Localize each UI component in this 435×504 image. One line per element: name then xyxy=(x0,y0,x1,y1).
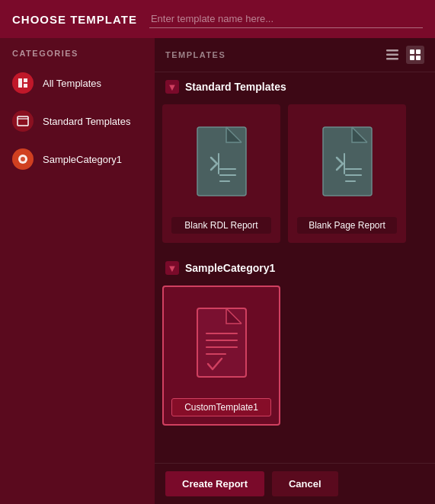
view-toggle-group xyxy=(383,46,424,64)
chevron-sample-icon: ▼ xyxy=(165,261,179,275)
svg-rect-11 xyxy=(416,49,421,54)
sidebar-label-standard: Standard Templates xyxy=(43,116,130,127)
template-card-custom1[interactable]: CustomTemplate1 xyxy=(162,285,280,426)
svg-rect-2 xyxy=(24,84,27,88)
svg-rect-14 xyxy=(197,127,246,196)
sidebar-label-all: All Templates xyxy=(43,78,101,89)
sidebar-item-standard-templates[interactable]: Standard Templates xyxy=(0,102,155,140)
svg-point-6 xyxy=(21,157,25,161)
blank-page-icon-area xyxy=(309,118,385,209)
content-panel: TEMPLATES xyxy=(155,38,435,504)
template-grid-standard: Blank RDL Report xyxy=(162,101,427,246)
template-search-input[interactable] xyxy=(149,10,423,28)
page-title: CHOOSE TEMPLATE xyxy=(12,13,137,26)
sidebar-label-sample: SampleCategory1 xyxy=(43,154,122,165)
svg-rect-7 xyxy=(386,49,398,52)
section-sample-category: ▼ SampleCategory1 xyxy=(155,254,435,436)
blank-page-name: Blank Page Report xyxy=(297,217,397,234)
custom1-icon-area xyxy=(184,299,260,391)
content-section-label: TEMPLATES xyxy=(165,50,225,59)
blank-rdl-icon-area xyxy=(184,118,260,209)
section-standard: ▼ Standard Templates xyxy=(155,72,435,254)
cancel-button[interactable]: Cancel xyxy=(272,471,338,496)
sidebar-section-label: CATEGORIES xyxy=(0,38,155,64)
sidebar-item-all-templates[interactable]: All Templates xyxy=(0,64,155,102)
svg-rect-9 xyxy=(386,58,398,60)
create-report-button[interactable]: Create Report xyxy=(165,471,264,496)
sample-category-icon xyxy=(12,148,34,170)
svg-rect-0 xyxy=(18,78,22,88)
svg-rect-8 xyxy=(386,54,398,56)
template-card-blank-page[interactable]: Blank Page Report xyxy=(288,104,406,243)
templates-scroll-area[interactable]: ▼ Standard Templates xyxy=(155,72,435,463)
content-header: TEMPLATES xyxy=(155,38,435,72)
standard-templates-icon xyxy=(12,110,34,132)
list-view-button[interactable] xyxy=(383,46,401,64)
svg-rect-10 xyxy=(410,49,414,54)
template-grid-sample: CustomTemplate1 xyxy=(162,282,427,429)
svg-rect-19 xyxy=(323,127,372,196)
main-layout: CATEGORIES All Templates Standard Templa… xyxy=(0,38,435,504)
footer: Create Report Cancel xyxy=(155,463,435,504)
svg-rect-1 xyxy=(24,78,27,82)
svg-rect-13 xyxy=(416,56,421,60)
grid-view-button[interactable] xyxy=(406,46,424,64)
section-title-standard: Standard Templates xyxy=(185,81,286,93)
section-header-sample[interactable]: ▼ SampleCategory1 xyxy=(162,254,427,282)
svg-rect-12 xyxy=(410,56,414,60)
section-title-sample: SampleCategory1 xyxy=(185,262,275,274)
all-templates-icon xyxy=(12,72,34,94)
template-card-blank-rdl[interactable]: Blank RDL Report xyxy=(162,104,280,243)
svg-rect-24 xyxy=(197,308,246,377)
chevron-standard-icon: ▼ xyxy=(165,80,179,94)
sidebar: CATEGORIES All Templates Standard Templa… xyxy=(0,38,155,504)
custom1-name: CustomTemplate1 xyxy=(171,398,271,416)
svg-rect-3 xyxy=(18,116,28,126)
sidebar-item-sample-category[interactable]: SampleCategory1 xyxy=(0,140,155,178)
section-header-standard[interactable]: ▼ Standard Templates xyxy=(162,72,427,101)
header: CHOOSE TEMPLATE xyxy=(0,0,435,38)
blank-rdl-name: Blank RDL Report xyxy=(171,217,271,234)
